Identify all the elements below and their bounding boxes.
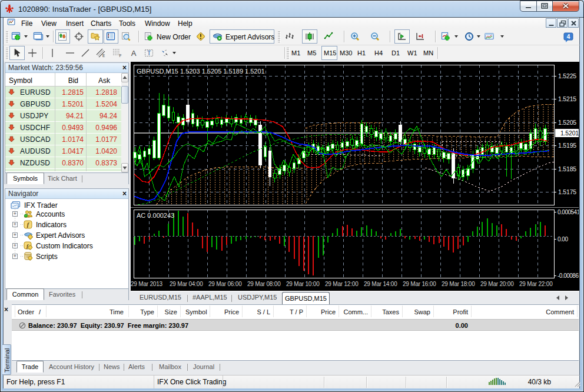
svg-text:4: 4 [567, 34, 570, 40]
svg-text:29 Mar 16:00: 29 Mar 16:00 [403, 281, 436, 287]
svg-text:29 Mar 04:00: 29 Mar 04:00 [170, 281, 203, 287]
svg-text:0.00: 0.00 [558, 236, 568, 242]
svg-text:29 Mar 2013: 29 Mar 2013 [131, 281, 163, 287]
svg-text:-0.00086: -0.00086 [558, 273, 579, 279]
svg-text:29 Mar 22:00: 29 Mar 22:00 [519, 281, 553, 287]
svg-text:E: E [102, 54, 105, 58]
svg-text:29 Mar 14:00: 29 Mar 14:00 [364, 281, 397, 287]
svg-text:1.5175: 1.5175 [558, 188, 576, 195]
svg-text:T: T [147, 49, 151, 57]
svg-text:0.000541: 0.000541 [558, 209, 579, 215]
svg-text:GBPUSD,M15 1.5203 1.5205 1.51: GBPUSD,M15 1.5203 1.5205 1.5189 1.5201 [137, 68, 265, 75]
svg-text:29 Mar 18:00: 29 Mar 18:00 [442, 281, 475, 287]
svg-text:1.5225: 1.5225 [558, 72, 576, 79]
svg-text:1.5185: 1.5185 [558, 165, 576, 172]
svg-text:29 Mar 12:00: 29 Mar 12:00 [325, 281, 359, 287]
svg-text:AC 0.000243: AC 0.000243 [137, 212, 174, 219]
svg-text:1.5215: 1.5215 [558, 95, 576, 102]
svg-text:1.5201: 1.5201 [560, 129, 579, 137]
svg-text:F: F [120, 54, 122, 58]
svg-text:29 Mar 06:00: 29 Mar 06:00 [208, 281, 242, 287]
svg-text:1.5195: 1.5195 [558, 142, 576, 149]
svg-text:29 Mar 08:00: 29 Mar 08:00 [247, 281, 281, 287]
svg-text:1.5205: 1.5205 [558, 119, 576, 126]
svg-text:29 Mar 10:00: 29 Mar 10:00 [286, 281, 320, 287]
svg-text:A: A [131, 49, 137, 58]
svg-text:29 Mar 20:00: 29 Mar 20:00 [480, 281, 514, 287]
